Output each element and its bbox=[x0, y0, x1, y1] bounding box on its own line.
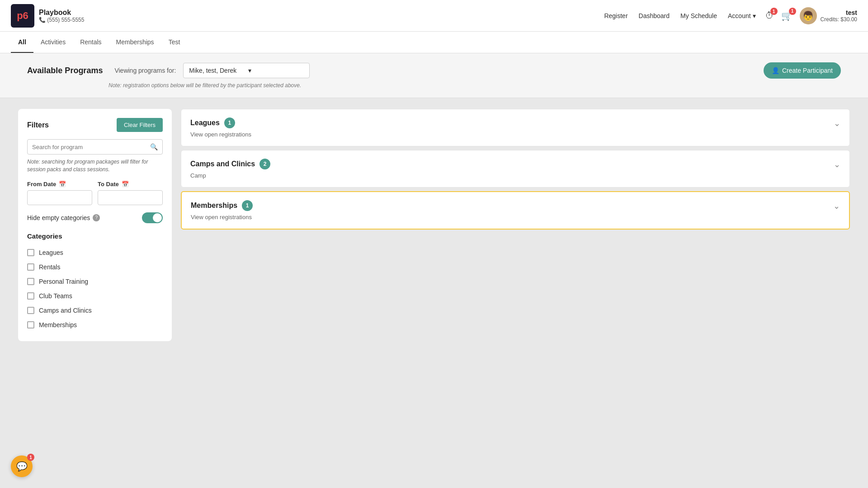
chat-icon: 💬 bbox=[16, 461, 28, 472]
header-right: ⏱ 1 🛒 1 👦 test Credits: $30.00 bbox=[765, 7, 857, 24]
cart-button[interactable]: 🛒 1 bbox=[781, 10, 793, 21]
person-plus-icon: 👤 bbox=[772, 67, 779, 74]
program-card-camps[interactable]: Camps and Clinics 2 Camp ⌄ bbox=[181, 150, 850, 188]
logo-text-area: Playbook 📞 (555) 555-5555 bbox=[39, 9, 84, 23]
program-card-memberships-info: Memberships 1 View open registrations bbox=[191, 200, 253, 221]
avatar: 👦 bbox=[800, 7, 817, 24]
tabs-bar: All Activities Rentals Memberships Test bbox=[0, 32, 868, 53]
category-label-personal-training: Personal Training bbox=[39, 278, 88, 285]
category-label-club-teams: Club Teams bbox=[39, 292, 72, 300]
tab-test[interactable]: Test bbox=[161, 32, 188, 53]
tab-memberships[interactable]: Memberships bbox=[109, 32, 161, 53]
tab-rentals[interactable]: Rentals bbox=[73, 32, 108, 53]
chat-bubble-button[interactable]: 💬 1 bbox=[11, 455, 33, 477]
program-card-leagues-title: Leagues 1 bbox=[190, 117, 251, 128]
clear-filters-button[interactable]: Clear Filters bbox=[117, 118, 163, 132]
chevron-down-icon: ⌄ bbox=[834, 118, 840, 128]
user-info: test Credits: $30.00 bbox=[821, 9, 857, 23]
program-card-leagues-info: Leagues 1 View open registrations bbox=[190, 117, 251, 138]
timer-button[interactable]: ⏱ 1 bbox=[765, 10, 774, 21]
category-label-rentals: Rentals bbox=[39, 263, 60, 271]
chat-badge: 1 bbox=[27, 454, 34, 461]
nav-my-schedule[interactable]: My Schedule bbox=[680, 12, 717, 19]
camps-count-badge: 2 bbox=[259, 159, 270, 169]
category-camps-clinics[interactable]: Camps and Clinics bbox=[27, 303, 163, 318]
category-leagues[interactable]: Leagues bbox=[27, 245, 163, 260]
logo-icon: p6 bbox=[11, 4, 34, 28]
checkbox-memberships[interactable] bbox=[27, 321, 34, 328]
program-card-memberships-sub: View open registrations bbox=[191, 214, 253, 221]
programs-list: Leagues 1 View open registrations ⌄ Camp… bbox=[181, 109, 850, 488]
cart-badge: 1 bbox=[789, 8, 796, 15]
checkbox-personal-training[interactable] bbox=[27, 278, 34, 285]
to-date-field: To Date 📅 bbox=[98, 181, 163, 205]
category-label-memberships: Memberships bbox=[39, 321, 77, 328]
programs-header-inner: Available Programs Viewing programs for:… bbox=[27, 62, 841, 89]
user-area[interactable]: 👦 test Credits: $30.00 bbox=[800, 7, 857, 24]
chevron-down-icon: ▾ bbox=[248, 67, 304, 74]
category-personal-training[interactable]: Personal Training bbox=[27, 274, 163, 289]
checkbox-club-teams[interactable] bbox=[27, 292, 34, 300]
hide-empty-row: Hide empty categories ? bbox=[27, 212, 163, 223]
page-title: Available Programs bbox=[27, 66, 103, 75]
tab-all[interactable]: All bbox=[11, 32, 33, 53]
search-icon: 🔍 bbox=[150, 143, 158, 150]
checkbox-leagues[interactable] bbox=[27, 249, 34, 256]
nav-register[interactable]: Register bbox=[604, 12, 627, 19]
user-name: test bbox=[846, 9, 857, 16]
search-box: 🔍 bbox=[27, 139, 163, 155]
calendar-icon: 📅 bbox=[59, 181, 66, 188]
programs-header-row: Available Programs Viewing programs for:… bbox=[27, 62, 841, 79]
chevron-down-icon: ⌄ bbox=[834, 160, 840, 169]
calendar-icon: 📅 bbox=[122, 181, 129, 188]
category-rentals[interactable]: Rentals bbox=[27, 260, 163, 274]
main-content: Filters Clear Filters 🔍 Note: searching … bbox=[0, 98, 868, 488]
hide-empty-label: Hide empty categories ? bbox=[27, 214, 100, 221]
info-icon[interactable]: ? bbox=[93, 214, 100, 221]
from-date-input[interactable] bbox=[27, 190, 92, 205]
main-nav: Register Dashboard My Schedule Account ▾ bbox=[604, 12, 755, 19]
date-row: From Date 📅 To Date 📅 bbox=[27, 181, 163, 205]
timer-badge: 1 bbox=[770, 8, 778, 15]
create-participant-button[interactable]: 👤 Create Participant bbox=[764, 62, 841, 79]
search-input[interactable] bbox=[32, 144, 146, 150]
nav-account[interactable]: Account ▾ bbox=[728, 12, 756, 19]
search-note: Note: searching for program packages wil… bbox=[27, 158, 163, 174]
tab-activities[interactable]: Activities bbox=[33, 32, 73, 53]
memberships-count-badge: 1 bbox=[242, 200, 253, 211]
category-label-camps-clinics: Camps and Clinics bbox=[39, 307, 92, 314]
filters-sidebar: Filters Clear Filters 🔍 Note: searching … bbox=[18, 109, 172, 341]
to-date-label: To Date 📅 bbox=[98, 181, 163, 188]
program-card-leagues-sub: View open registrations bbox=[190, 131, 251, 138]
checkbox-camps-clinics[interactable] bbox=[27, 307, 34, 314]
hide-empty-toggle[interactable] bbox=[142, 212, 163, 223]
program-card-camps-sub: Camp bbox=[190, 172, 270, 179]
participant-value: Mike, test, Derek bbox=[189, 67, 245, 74]
chevron-down-icon: ▾ bbox=[753, 12, 756, 19]
from-date-field: From Date 📅 bbox=[27, 181, 92, 205]
app-name: Playbook bbox=[39, 9, 84, 17]
to-date-input[interactable] bbox=[98, 190, 163, 205]
category-memberships[interactable]: Memberships bbox=[27, 318, 163, 332]
checkbox-rentals[interactable] bbox=[27, 263, 34, 271]
categories-list: Leagues Rentals Personal Training Club T… bbox=[27, 245, 163, 332]
nav-dashboard[interactable]: Dashboard bbox=[639, 12, 670, 19]
app-phone: 📞 (555) 555-5555 bbox=[39, 17, 84, 23]
programs-note: Note: registration options below will be… bbox=[108, 82, 841, 89]
filters-header: Filters Clear Filters bbox=[27, 118, 163, 132]
chevron-down-icon: ⌄ bbox=[833, 201, 840, 211]
filters-title: Filters bbox=[27, 121, 49, 129]
category-club-teams[interactable]: Club Teams bbox=[27, 289, 163, 303]
participant-select[interactable]: Mike, test, Derek ▾ bbox=[183, 63, 310, 78]
program-card-memberships[interactable]: Memberships 1 View open registrations ⌄ bbox=[181, 191, 850, 230]
viewing-label: Viewing programs for: bbox=[114, 67, 176, 74]
leagues-count-badge: 1 bbox=[224, 117, 235, 128]
category-label-leagues: Leagues bbox=[39, 249, 63, 256]
program-card-leagues[interactable]: Leagues 1 View open registrations ⌄ bbox=[181, 109, 850, 146]
program-card-camps-title: Camps and Clinics 2 bbox=[190, 159, 270, 169]
header: p6 Playbook 📞 (555) 555-5555 Register Da… bbox=[0, 0, 868, 32]
user-credits: Credits: $30.00 bbox=[821, 16, 857, 23]
from-date-label: From Date 📅 bbox=[27, 181, 92, 188]
program-card-camps-info: Camps and Clinics 2 Camp bbox=[190, 159, 270, 179]
logo-area: p6 Playbook 📞 (555) 555-5555 bbox=[11, 4, 84, 28]
